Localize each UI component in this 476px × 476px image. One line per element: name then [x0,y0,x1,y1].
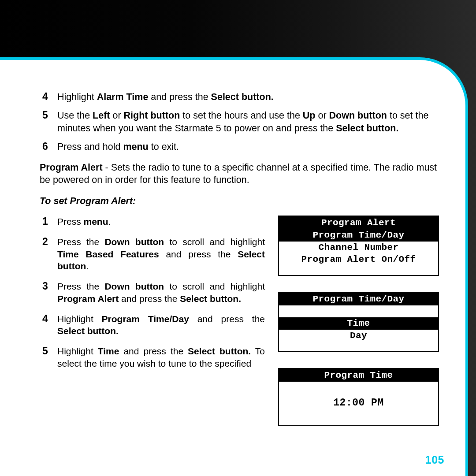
top-step-list: 4 Highlight Alarm Time and press the Sel… [40,91,439,153]
step-3: 3 Press the Down button to scroll and hi… [40,280,265,305]
step-number: 6 [40,141,57,153]
lcd-title: Program Time [279,369,438,382]
step-text: Highlight Time and press the Select butt… [57,345,265,369]
program-alert-paragraph: Program Alert - Sets the radio to tune t… [40,161,439,186]
lcd-program-alert: Program Alert Program Time/Day Channel N… [278,216,439,276]
step-5: 5 Use the Left or Right button to set th… [40,109,439,134]
step-number: 5 [40,109,57,134]
lcd-spacer [279,342,438,351]
step-number: 2 [40,236,57,272]
step-number: 1 [40,216,57,228]
page-number: 105 [425,454,444,466]
lcd-row: Channel Number [279,242,438,253]
right-column-screens: Program Alert Program Time/Day Channel N… [278,216,439,426]
two-column-layout: 1 Press menu. 2 Press the Down button to… [40,216,439,426]
step-number: 4 [40,313,57,337]
lcd-blank-row [279,382,438,394]
step-4: 4 Highlight Alarm Time and press the Sel… [40,91,439,103]
step-2: 2 Press the Down button to scroll and hi… [40,236,265,272]
step-number: 3 [40,280,57,305]
step-6: 6 Press and hold menu to exit. [40,141,439,153]
lcd-row: Program Alert On/Off [279,253,438,265]
step-4b: 4 Highlight Program Time/Day and press t… [40,313,265,337]
step-text: Press the Down button to scroll and high… [57,280,265,305]
step-number: 4 [40,91,57,103]
step-text: Highlight Alarm Time and press the Selec… [57,91,274,103]
step-1: 1 Press menu. [40,216,265,228]
step-text: Use the Left or Right button to set the … [57,109,439,134]
lcd-title: Program Alert [279,216,438,229]
lcd-title: Program Time/Day [279,293,438,305]
step-text: Press menu. [57,216,111,228]
step-text: Press the Down button to scroll and high… [57,236,265,272]
lcd-blank-row [279,305,438,317]
left-column-steps: 1 Press menu. 2 Press the Down button to… [40,216,265,426]
lcd-program-time-day: Program Time/Day Time Day [278,292,439,352]
lcd-time-value: 12:00 PM [279,394,438,411]
manual-page: 4 Highlight Alarm Time and press the Sel… [0,57,468,476]
lcd-row-selected: Time [279,317,438,329]
lcd-program-time: Program Time 12:00 PM [278,368,439,426]
subheading: To set Program Alert: [40,196,439,207]
step-text: Press and hold menu to exit. [57,141,179,153]
step-number: 5 [40,345,57,369]
step-5b: 5 Highlight Time and press the Select bu… [40,345,265,369]
lcd-spacer [279,265,438,275]
lcd-row: Day [279,330,438,342]
lcd-row-selected: Program Time/Day [279,229,438,241]
lcd-spacer [279,411,438,425]
step-text: Highlight Program Time/Day and press the… [57,313,265,337]
